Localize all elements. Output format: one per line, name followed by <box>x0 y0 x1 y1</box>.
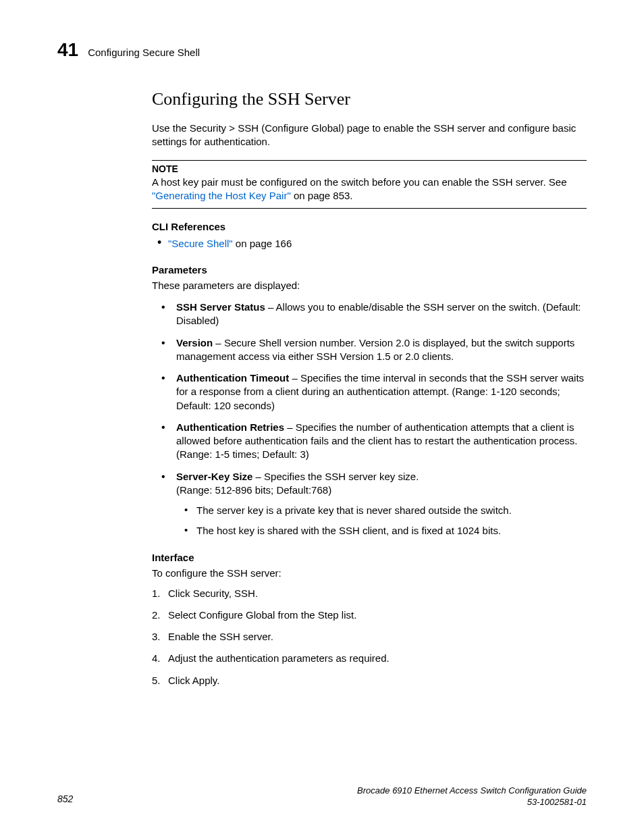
page-content: Configuring the SSH Server Use the Secur… <box>152 89 587 696</box>
footer-doc-id: 53-1002581-01 <box>357 797 587 808</box>
interface-heading: Interface <box>152 552 587 563</box>
cli-item: "Secure Shell" on page 166 <box>152 236 587 251</box>
step-item: 1.Click Security, SSH. <box>152 587 587 600</box>
parameters-intro: These parameters are displayed: <box>152 280 587 291</box>
param-item: Server-Key Size – Specifies the SSH serv… <box>152 470 587 538</box>
page-header: 41 Configuring Secure Shell <box>57 39 587 61</box>
parameters-list: SSH Server Status – Allows you to enable… <box>152 301 587 538</box>
step-item: 4.Adjust the authentication parameters a… <box>152 652 587 665</box>
note-title: NOTE <box>152 163 587 174</box>
param-name: SSH Server Status <box>176 301 265 313</box>
note-text: A host key pair must be configured on th… <box>152 176 587 203</box>
step-text: Enable the SSH server. <box>168 631 273 642</box>
step-text: Click Apply. <box>168 675 219 686</box>
note-link[interactable]: "Generating the Host Key Pair" <box>152 190 291 201</box>
param-desc-line1: – Specifies the SSH server key size. <box>252 471 419 482</box>
param-sublist: The server key is a private key that is … <box>176 504 587 538</box>
param-name: Authentication Timeout <box>176 372 289 384</box>
param-name: Version <box>176 337 213 348</box>
parameters-heading: Parameters <box>152 264 587 276</box>
note-text-before: A host key pair must be configured on th… <box>152 176 567 188</box>
param-item: Authentication Timeout – Specifies the t… <box>152 371 587 413</box>
chapter-number: 41 <box>57 39 78 61</box>
cli-link[interactable]: "Secure Shell" <box>168 238 233 249</box>
note-block: NOTE A host key pair must be configured … <box>152 160 587 209</box>
step-text: Adjust the authentication parameters as … <box>168 652 390 664</box>
intro-paragraph: Use the Security > SSH (Configure Global… <box>152 122 587 149</box>
step-item: 3.Enable the SSH server. <box>152 630 587 644</box>
step-number: 1. <box>152 587 161 600</box>
step-item: 5.Click Apply. <box>152 674 587 687</box>
cli-list: "Secure Shell" on page 166 <box>152 236 587 251</box>
param-name: Server-Key Size <box>176 471 252 482</box>
param-desc: – Secure Shell version number. Version 2… <box>176 337 574 362</box>
step-number: 2. <box>152 608 161 622</box>
section-heading: Configuring the SSH Server <box>152 89 587 109</box>
step-text: Select Configure Global from the Step li… <box>168 609 356 621</box>
page-number: 852 <box>57 793 73 804</box>
param-item: Authentication Retries – Specifies the n… <box>152 421 587 462</box>
step-text: Click Security, SSH. <box>168 588 258 599</box>
param-desc-line2: (Range: 512-896 bits; Default:768) <box>176 484 331 496</box>
note-text-after: on page 853. <box>291 190 353 201</box>
footer-right: Brocade 6910 Ethernet Access Switch Conf… <box>357 785 587 808</box>
footer-guide: Brocade 6910 Ethernet Access Switch Conf… <box>357 785 587 797</box>
step-item: 2.Select Configure Global from the Step … <box>152 608 587 622</box>
step-number: 4. <box>152 652 161 665</box>
param-item: Version – Secure Shell version number. V… <box>152 336 587 364</box>
step-number: 3. <box>152 630 161 644</box>
param-item: SSH Server Status – Allows you to enable… <box>152 301 587 328</box>
chapter-title: Configuring Secure Shell <box>88 47 200 58</box>
interface-intro: To configure the SSH server: <box>152 567 587 579</box>
cli-text-after: on page 166 <box>233 238 292 249</box>
cli-heading: CLI References <box>152 221 587 232</box>
param-name: Authentication Retries <box>176 421 284 433</box>
step-number: 5. <box>152 674 161 687</box>
param-subitem: The server key is a private key that is … <box>176 504 587 517</box>
param-subitem: The host key is shared with the SSH clie… <box>176 524 587 538</box>
steps-list: 1.Click Security, SSH. 2.Select Configur… <box>152 587 587 687</box>
